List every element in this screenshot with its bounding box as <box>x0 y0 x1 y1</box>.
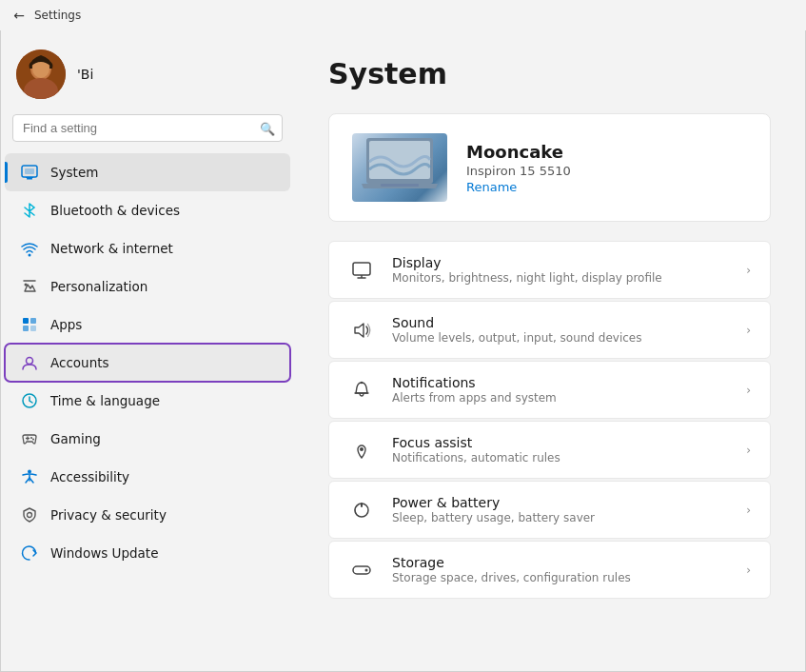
svg-rect-23 <box>353 263 370 275</box>
svg-rect-22 <box>381 184 419 187</box>
svg-rect-10 <box>23 318 29 324</box>
search-input[interactable] <box>12 114 283 142</box>
device-name: Mooncake <box>466 142 571 162</box>
sidebar-item-label-accessibility: Accessibility <box>50 469 129 484</box>
accessibility-icon <box>20 467 39 486</box>
nav-list: System Bluetooth & devices <box>1 153 294 572</box>
sidebar-item-personalization[interactable]: Personalization <box>5 267 290 306</box>
search-box: 🔍 <box>12 114 283 142</box>
active-indicator <box>5 162 8 183</box>
notifications-subtitle: Alerts from apps and system <box>392 391 557 405</box>
sidebar-item-label-time: Time & language <box>50 393 160 408</box>
focus-icon <box>348 437 375 464</box>
svg-rect-7 <box>26 177 33 178</box>
svg-rect-11 <box>30 318 36 324</box>
svg-point-16 <box>30 437 32 439</box>
settings-item-storage[interactable]: Storage Storage space, drives, configura… <box>328 541 771 599</box>
sidebar-item-network[interactable]: Network & internet <box>5 229 290 267</box>
power-title: Power & battery <box>392 495 595 510</box>
sidebar: 'Bi 🔍 System <box>1 30 294 671</box>
apps-icon <box>20 315 39 334</box>
sidebar-item-bluetooth[interactable]: Bluetooth & devices <box>5 191 290 229</box>
display-text: Display Monitors, brightness, night ligh… <box>392 255 662 285</box>
sidebar-item-apps[interactable]: Apps <box>5 306 290 344</box>
sound-subtitle: Volume levels, output, input, sound devi… <box>392 331 641 345</box>
device-image <box>352 133 447 202</box>
sidebar-item-time[interactable]: Time & language <box>5 382 290 420</box>
system-icon <box>20 163 39 182</box>
sidebar-item-update[interactable]: Windows Update <box>5 534 290 572</box>
notifications-chevron: › <box>746 384 751 397</box>
sidebar-item-gaming[interactable]: Gaming <box>5 420 290 458</box>
display-title: Display <box>392 255 662 270</box>
svg-point-14 <box>27 358 33 365</box>
device-info: Mooncake Inspiron 15 5510 Rename <box>466 142 571 194</box>
main-content: System Mooncake Inspiron 15 5510 <box>294 30 805 671</box>
svg-point-9 <box>25 284 28 287</box>
avatar <box>16 49 66 99</box>
device-card: Mooncake Inspiron 15 5510 Rename <box>328 113 771 222</box>
sidebar-item-label-apps: Apps <box>50 317 82 332</box>
focus-text: Focus assist Notifications, automatic ru… <box>392 435 560 464</box>
accounts-icon <box>20 353 39 372</box>
notifications-title: Notifications <box>392 375 557 390</box>
notifications-icon <box>348 377 375 404</box>
sidebar-item-label-personalization: Personalization <box>50 279 147 294</box>
sidebar-item-accessibility[interactable]: Accessibility <box>5 458 290 496</box>
settings-list: Display Monitors, brightness, night ligh… <box>328 241 771 599</box>
settings-item-display[interactable]: Display Monitors, brightness, night ligh… <box>328 241 771 299</box>
network-icon <box>20 239 39 258</box>
time-icon <box>20 391 39 410</box>
sidebar-item-system[interactable]: System <box>5 153 290 191</box>
focus-title: Focus assist <box>392 435 560 450</box>
power-subtitle: Sleep, battery usage, battery saver <box>392 511 595 524</box>
settings-item-notifications[interactable]: Notifications Alerts from apps and syste… <box>328 361 771 419</box>
sidebar-item-label-bluetooth: Bluetooth & devices <box>50 203 180 218</box>
storage-subtitle: Storage space, drives, configuration rul… <box>392 571 631 584</box>
device-model: Inspiron 15 5510 <box>466 164 571 178</box>
settings-item-focus[interactable]: Focus assist Notifications, automatic ru… <box>328 421 771 479</box>
focus-chevron: › <box>746 444 751 457</box>
personalization-icon <box>20 277 39 296</box>
sidebar-item-label-system: System <box>50 165 98 180</box>
display-subtitle: Monitors, brightness, night light, displ… <box>392 271 662 285</box>
update-icon <box>20 544 39 563</box>
svg-point-17 <box>32 439 34 441</box>
sidebar-item-privacy[interactable]: Privacy & security <box>5 496 290 534</box>
power-icon <box>348 497 375 524</box>
search-icon: 🔍 <box>260 121 275 135</box>
privacy-icon <box>20 505 39 524</box>
settings-item-sound[interactable]: Sound Volume levels, output, input, soun… <box>328 301 771 359</box>
display-chevron: › <box>746 264 751 277</box>
sidebar-item-label-update: Windows Update <box>50 545 158 561</box>
sound-icon <box>348 317 375 344</box>
sound-text: Sound Volume levels, output, input, soun… <box>392 315 641 345</box>
sound-title: Sound <box>392 315 641 330</box>
page-title: System <box>328 57 771 90</box>
svg-rect-5 <box>25 168 34 174</box>
power-chevron: › <box>746 504 751 517</box>
svg-rect-6 <box>27 178 32 180</box>
display-icon <box>348 257 375 284</box>
storage-title: Storage <box>392 555 631 570</box>
device-rename-button[interactable]: Rename <box>466 180 571 194</box>
sound-chevron: › <box>746 324 751 337</box>
sidebar-item-label-privacy: Privacy & security <box>50 507 167 523</box>
storage-icon <box>348 557 375 583</box>
gaming-icon <box>20 429 39 448</box>
svg-point-28 <box>365 568 368 571</box>
svg-point-25 <box>360 447 364 451</box>
back-button[interactable]: ← <box>11 8 27 23</box>
svg-point-24 <box>361 381 363 383</box>
app-body: 'Bi 🔍 System <box>0 30 806 672</box>
profile-name: 'Bi <box>77 67 93 82</box>
storage-chevron: › <box>746 563 751 577</box>
svg-point-8 <box>29 254 31 257</box>
title-bar: ← Settings <box>0 0 806 30</box>
profile-section: 'Bi <box>1 30 294 114</box>
sidebar-item-accounts[interactable]: Accounts <box>5 344 290 382</box>
sidebar-item-label-accounts: Accounts <box>50 355 109 370</box>
svg-point-18 <box>28 470 31 474</box>
notifications-text: Notifications Alerts from apps and syste… <box>392 375 557 405</box>
settings-item-power[interactable]: Power & battery Sleep, battery usage, ba… <box>328 481 771 539</box>
